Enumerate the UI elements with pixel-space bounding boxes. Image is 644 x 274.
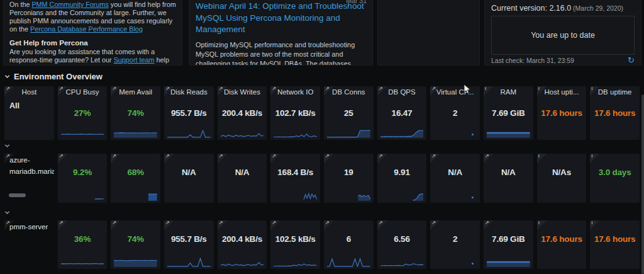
last-check-label: Last check: March 31, 23:59 [491,57,574,64]
sparkline [327,257,370,267]
sparkline [61,191,104,201]
sparkline [487,128,530,138]
metric-panel-host-upti: iN/As [537,154,587,203]
webinar-title-link[interactable]: Webinar April 14: Optimize and Troublesh… [196,1,366,36]
metric-value: 17.6 hours [537,98,587,128]
metric-panel-ram: ↗N/A [484,154,533,203]
metric-panel-cpu-busy: ↗9.2% [58,154,108,203]
external-link-icon[interactable]: ↗ [6,86,10,92]
metric-panel-network-io: ↗102.5 kB/s [270,220,320,269]
external-link-icon[interactable]: ↗ [165,86,170,92]
external-link-icon[interactable]: ↗ [379,86,383,92]
external-link-icon[interactable]: ↗ [112,154,116,159]
info-icon[interactable]: i [591,220,592,226]
external-link-icon[interactable]: ↗ [431,154,436,159]
sparkline [114,128,157,138]
metrics-row-all: ↗HostAll↗CPU Busy27%↗Mem Avail74%↗Disk R… [0,86,644,140]
external-link-icon[interactable]: ↗ [272,86,276,92]
external-link-icon[interactable]: ↗ [272,154,276,159]
metric-panel-network-io: ↗Network IO102.7 kB/s [270,86,320,140]
sparkline [167,128,211,138]
metric-panel-db-uptime: i17.6 hours [590,220,640,269]
info-icon[interactable]: i [538,86,540,92]
sparkline-dot [472,263,474,265]
text-link[interactable]: Percona Database Performance Blog [30,25,143,33]
external-link-icon[interactable]: ↗ [112,220,116,226]
text-link[interactable]: Support team [114,56,155,64]
sparkline-area [540,128,584,138]
host-scroll-pill[interactable] [9,193,26,197]
metric-panel-disk-reads: ↗955.7 B/s [164,220,214,269]
sparkline [221,257,264,267]
external-link-icon[interactable]: ↗ [379,220,383,226]
vertical-scrollbar[interactable] [641,94,644,274]
info-icon[interactable]: i [591,154,592,159]
info-icon[interactable]: i [485,86,486,92]
metric-panel-db-uptime: iDB uptime17.6 hours [590,86,640,140]
sparkline [167,257,211,267]
sparkline-area [274,191,317,201]
external-link-icon[interactable]: ↗ [6,220,10,226]
sparkline-area [433,257,477,267]
row-environment-overview[interactable]: Environment Overview [4,72,103,81]
news-date: Mar 31 [346,0,367,4]
external-link-icon[interactable]: ↗ [325,220,330,226]
host-panel: ↗azure-mariadb.mariad [4,154,54,203]
mouse-cursor [464,84,472,95]
metric-panel-db-qps: ↗DB QPS16.47 [377,86,427,140]
external-link-icon[interactable]: ↗ [325,86,330,92]
external-link-icon[interactable]: ↗ [59,154,64,159]
external-link-icon[interactable]: ↗ [431,86,436,92]
text-link[interactable]: PMM Community Forums [31,1,108,8]
row-toggle-2[interactable] [4,140,11,152]
sparkline-area [433,128,477,138]
metric-panel-disk-writes: ↗N/A [218,154,267,203]
info-icon[interactable]: i [538,220,540,226]
sparkline-area [487,257,530,267]
refresh-icon[interactable]: ↻ [628,57,635,64]
metric-value: 17.6 hours [590,98,640,128]
community-paragraph-2: Are you looking for assistance that come… [9,48,176,66]
metric-value: 200.4 kB/s [218,98,267,128]
chevron-down-icon [4,73,11,80]
external-link-icon[interactable]: ↗ [431,220,436,226]
external-link-icon[interactable]: ↗ [112,86,116,92]
external-link-icon[interactable]: ↗ [219,154,223,159]
external-link-icon[interactable]: ↗ [6,154,10,159]
info-icon[interactable]: i [538,154,540,159]
host-panel: ↗HostAll [4,86,54,140]
external-link-icon[interactable]: ↗ [219,86,223,92]
external-link-icon[interactable]: ↗ [59,220,64,226]
sparkline-area [593,128,636,138]
sparkline-area [61,128,104,138]
external-link-icon[interactable]: ↗ [485,154,489,159]
sparkline [114,257,157,267]
external-link-icon[interactable]: ↗ [379,154,383,159]
external-link-icon[interactable]: ↗ [485,220,489,226]
sparkline-area [327,191,370,201]
webinar-news-panel: Mar 31 Webinar April 14: Optimize and Tr… [189,0,373,66]
sparkline-dot [472,134,474,135]
sparkline-area [221,191,264,201]
update-status: You are up to date [531,31,595,40]
metric-value: 27% [58,98,108,128]
sparkline [274,191,317,201]
external-link-icon[interactable]: ↗ [165,154,170,159]
metric-panel-mem-avail: ↗68% [111,154,160,203]
external-link-icon[interactable]: ↗ [59,86,64,92]
host-panel: ↗pmm-server [4,220,54,269]
external-link-icon[interactable]: ↗ [165,220,170,226]
current-version: Current version: 2.16.0 (March 29, 2020) [491,4,635,13]
info-icon[interactable]: i [591,86,592,92]
sparkline [327,128,370,138]
row-toggle-3[interactable] [4,207,11,219]
external-link-icon[interactable]: ↗ [325,154,330,159]
sparkline [114,191,157,201]
external-link-icon[interactable]: ↗ [272,220,276,226]
sparkline-area [167,257,211,267]
metrics-row-pmm-server: ↗pmm-server↗36%↗74%↗955.7 B/s↗200.4 kB/s… [0,220,644,269]
metric-panel-db-conns: ↗6 [324,220,374,269]
metric-panel-network-io: ↗168.4 B/s [270,154,320,203]
external-link-icon[interactable]: ↗ [219,220,223,226]
sparkline [380,191,424,201]
